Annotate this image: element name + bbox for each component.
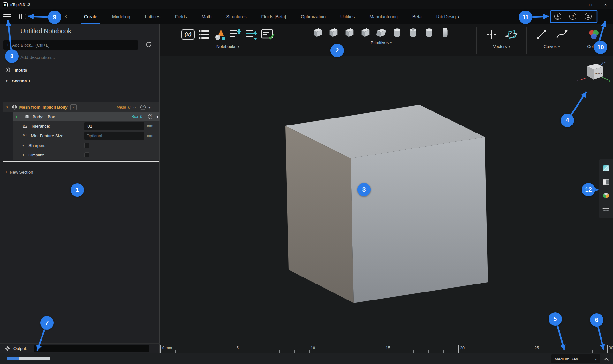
box-geometry[interactable] xyxy=(160,56,613,353)
cylinder-primitive-icon[interactable] xyxy=(391,26,403,39)
rgb-color-icon[interactable] xyxy=(586,26,602,43)
body-value[interactable]: Box xyxy=(48,114,55,119)
ruler-label-10: 10 xyxy=(311,346,315,350)
refresh-icon[interactable] xyxy=(144,41,152,49)
sheared-box-primitive-icon[interactable] xyxy=(375,26,387,39)
geometry-blocks-icon[interactable] xyxy=(212,26,228,43)
section-resize-handle[interactable] xyxy=(3,161,159,162)
ntop-logo-icon: n xyxy=(3,2,8,7)
display-mode-icon[interactable] xyxy=(602,178,610,186)
tab-modeling[interactable]: Modeling xyxy=(105,9,138,24)
tab-lattices[interactable]: Lattices xyxy=(138,9,168,24)
block-state-icon[interactable]: ● xyxy=(148,105,151,109)
part-color-icon[interactable] xyxy=(602,192,610,199)
boolean-icon: ◐ xyxy=(22,153,25,157)
svg-text:z: z xyxy=(604,60,606,63)
line-curve-icon[interactable] xyxy=(534,26,549,43)
sharpen-checkbox[interactable] xyxy=(84,143,89,148)
section-view-icon[interactable] xyxy=(602,164,610,172)
gear-icon xyxy=(5,346,10,351)
block-list-icon[interactable] xyxy=(196,26,212,43)
ribbon-group-primitives: Primitives▾ xyxy=(289,26,474,45)
tab-beta[interactable]: Beta xyxy=(405,9,429,24)
body-help-icon[interactable]: ? xyxy=(148,114,153,119)
new-section-button[interactable]: + New Section xyxy=(5,168,33,176)
minimize-button[interactable]: – xyxy=(568,0,583,9)
tab-utilities[interactable]: Utilities xyxy=(333,9,362,24)
tolerance-row: 0.1 Tolerance: mm xyxy=(13,121,159,131)
tab-manufacturing[interactable]: Manufacturing xyxy=(362,9,405,24)
notebook-description-placeholder[interactable]: Add description... xyxy=(20,55,55,60)
tab-rib-design[interactable]: Rib Desig xyxy=(429,9,457,24)
toggle-right-panel-icon[interactable] xyxy=(603,14,609,19)
capsule-primitive-icon[interactable] xyxy=(439,26,451,39)
mesh-block-header[interactable]: ▾ Mesh from Implicit Body ▾ Mesh_0 ○ ? ● xyxy=(3,102,159,112)
notebooks-group-dropdown[interactable]: Notebooks▾ xyxy=(216,44,239,49)
min-feature-input[interactable] xyxy=(84,132,144,140)
primitives-group-dropdown[interactable]: Primitives▾ xyxy=(371,40,392,45)
ruler-label-30: 30 xyxy=(609,346,613,350)
simplify-checkbox[interactable] xyxy=(84,152,89,157)
viewport-3d[interactable]: x y z BACK 0 mm 5 10 15 20 25 30 xyxy=(160,56,613,353)
ntop-app-window: n nTop 5.31.3 – □ × ‹ Create Modeling La… xyxy=(0,0,613,364)
reorder-blocks-icon[interactable] xyxy=(244,26,260,43)
tabbar-separator xyxy=(599,12,599,21)
help-icon[interactable]: ? xyxy=(569,12,577,20)
spline-curve-icon[interactable] xyxy=(554,26,570,43)
block-type-dropdown[interactable]: ▾ xyxy=(70,104,77,110)
tube-primitive-icon[interactable] xyxy=(407,26,419,39)
notebook-title[interactable]: Untitled Notebook xyxy=(20,27,71,35)
expand-panel-chevron-icon[interactable] xyxy=(604,358,609,363)
scalar-icon: 0.1 xyxy=(23,125,27,128)
expand-triangle-icon[interactable]: ▸ xyxy=(16,114,18,119)
block-collapse-icon[interactable]: ▾ xyxy=(6,105,8,109)
curves-group-dropdown[interactable]: Curves▾ xyxy=(543,44,560,49)
maximize-button[interactable]: □ xyxy=(583,0,598,9)
add-block-list-icon[interactable] xyxy=(228,26,244,43)
rounded-box-primitive-icon[interactable] xyxy=(359,26,371,39)
tab-math[interactable]: Math xyxy=(194,9,219,24)
function-block-icon[interactable]: (x) xyxy=(180,26,196,43)
account-icon[interactable] xyxy=(584,12,592,20)
close-button[interactable]: × xyxy=(598,0,613,9)
tabs-scroll-left-icon[interactable]: ‹ xyxy=(65,13,67,19)
tabs-scroll-right-icon[interactable]: › xyxy=(456,9,461,24)
tab-create[interactable]: Create xyxy=(77,9,105,24)
cylinder2-primitive-icon[interactable] xyxy=(423,26,435,39)
section-label: Section 1 xyxy=(12,79,31,83)
color-group-dropdown[interactable]: Color▾ xyxy=(587,44,600,49)
block-help-icon[interactable]: ? xyxy=(140,105,146,110)
section-1-header[interactable]: ▾ Section 1 xyxy=(0,76,160,86)
implicit-body-icon xyxy=(12,105,17,110)
notebook-checklist-icon[interactable] xyxy=(260,26,276,43)
tab-fields[interactable]: Fields xyxy=(168,9,194,24)
box2-primitive-icon[interactable] xyxy=(327,26,339,39)
display-toggle-icon[interactable]: ○ xyxy=(133,105,136,110)
tab-structures[interactable]: Structures xyxy=(219,9,254,24)
plane-vector-icon[interactable] xyxy=(504,26,520,43)
tab-optimization[interactable]: Optimization xyxy=(293,9,333,24)
add-block-field[interactable]: + xyxy=(3,40,138,50)
tab-fluids-beta[interactable]: Fluids [Beta] xyxy=(254,9,293,24)
collapse-triangle-icon[interactable]: ▾ xyxy=(6,79,8,83)
tolerance-input[interactable] xyxy=(84,122,144,130)
main-menu-icon[interactable] xyxy=(3,14,11,19)
vectors-group-dropdown[interactable]: Vectors▾ xyxy=(493,44,510,49)
divider xyxy=(0,75,160,75)
simplify-row: ◐ Simplify: xyxy=(13,150,159,160)
ribbon-separator xyxy=(476,27,477,54)
download-icon[interactable] xyxy=(554,12,562,20)
body-input-row[interactable]: ▸ Body: Box Box_0 ? ● xyxy=(13,112,166,121)
resolution-dropdown[interactable]: Medium Res ▾ xyxy=(551,354,600,363)
box-corner-primitive-icon[interactable] xyxy=(343,26,355,39)
measure-icon[interactable] xyxy=(602,205,610,213)
view-cube[interactable]: x y z BACK xyxy=(576,60,612,85)
add-block-input[interactable] xyxy=(12,43,135,48)
toggle-left-panel-icon[interactable] xyxy=(19,14,26,19)
box-primitive-icon[interactable] xyxy=(311,26,323,39)
inputs-section-header[interactable]: Inputs xyxy=(0,65,160,75)
point-vector-icon[interactable] xyxy=(483,26,499,43)
body-state-icon[interactable]: ● xyxy=(156,115,159,118)
ruler-label-5: 5 xyxy=(237,346,239,350)
ruler-label-0: 0 mm xyxy=(162,346,172,350)
